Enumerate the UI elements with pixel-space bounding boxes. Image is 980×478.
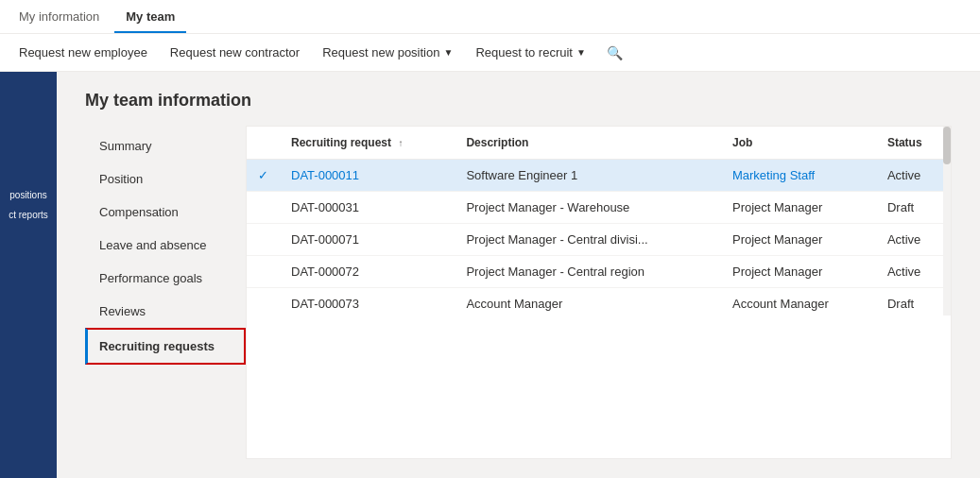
status-cell-2: Draft [876, 192, 951, 224]
request-new-employee-button[interactable]: Request new employee [8, 38, 159, 67]
table-row[interactable]: ✓ DAT-000011 Software Engineer 1 Marketi… [247, 160, 951, 192]
action-bar: Request new employee Request new contrac… [0, 34, 980, 72]
sidebar-item-leave-and-absence[interactable]: Leave and absence [85, 229, 246, 262]
recruiting-request-cell-3[interactable]: DAT-000071 [280, 224, 455, 256]
col-header-job: Job [721, 127, 876, 160]
description-cell-1: Software Engineer 1 [455, 160, 721, 192]
col-header-description: Description [455, 127, 721, 160]
request-new-contractor-button[interactable]: Request new contractor [159, 38, 311, 67]
left-panel-positions[interactable]: positions [4, 185, 52, 205]
table-scroll-area: Recruiting request ↑ Description Job Sta… [247, 127, 951, 316]
recruiting-request-cell-2[interactable]: DAT-000031 [280, 192, 455, 224]
description-cell-5: Account Manager [455, 288, 721, 316]
request-to-recruit-label: Request to recruit [475, 45, 573, 60]
scrollbar-thumb[interactable] [943, 127, 951, 164]
status-cell-3: Active [876, 224, 951, 256]
status-cell-4: Active [876, 256, 951, 288]
search-button[interactable]: 🔍 [597, 38, 632, 68]
job-cell-3: Project Manager [721, 224, 876, 256]
job-cell-1[interactable]: Marketing Staff [721, 160, 876, 192]
description-cell-2: Project Manager - Warehouse [455, 192, 721, 224]
table-row[interactable]: DAT-000031 Project Manager - Warehouse P… [247, 192, 951, 224]
content-area: My team information Summary Position Com… [57, 72, 980, 478]
sidebar-item-recruiting-requests[interactable]: Recruiting requests [85, 328, 246, 365]
description-cell-3: Project Manager - Central divisi... [455, 224, 721, 256]
sort-asc-icon: ↑ [398, 138, 403, 148]
checkmark-icon: ✓ [258, 168, 268, 182]
tab-my-information[interactable]: My information [8, 2, 111, 33]
page-title: My team information [85, 91, 952, 111]
job-cell-5: Account Manager [721, 288, 876, 316]
row-check-5[interactable] [247, 288, 280, 316]
recruiting-request-cell-5[interactable]: DAT-000073 [280, 288, 455, 316]
table-header-row: Recruiting request ↑ Description Job Sta… [247, 127, 951, 160]
request-to-recruit-button[interactable]: Request to recruit ▼ [464, 38, 597, 67]
table-row[interactable]: DAT-000072 Project Manager - Central reg… [247, 256, 951, 288]
row-check-3[interactable] [247, 224, 280, 256]
chevron-down-icon: ▼ [443, 47, 453, 58]
left-panel-direct-reports[interactable]: ct reports [3, 205, 54, 225]
side-nav: Summary Position Compensation Leave and … [85, 126, 246, 459]
table-body: ✓ DAT-000011 Software Engineer 1 Marketi… [247, 160, 951, 316]
recruiting-request-link-1[interactable]: DAT-000011 [280, 160, 455, 192]
chevron-down-icon: ▼ [576, 47, 586, 58]
row-check-1[interactable]: ✓ [247, 160, 280, 192]
row-check-2[interactable] [247, 192, 280, 224]
inner-layout: Summary Position Compensation Leave and … [85, 126, 952, 459]
recruiting-request-cell-4[interactable]: DAT-000072 [280, 256, 455, 288]
tab-my-team[interactable]: My team [114, 2, 186, 33]
col-header-check [247, 127, 280, 160]
status-cell-1: Active [876, 160, 951, 192]
scrollbar-track[interactable] [943, 127, 951, 316]
sidebar-item-position[interactable]: Position [85, 162, 246, 196]
recruiting-requests-table-card: Recruiting request ↑ Description Job Sta… [246, 126, 952, 459]
col-header-recruiting-request[interactable]: Recruiting request ↑ [280, 127, 455, 160]
status-cell-5: Draft [876, 288, 951, 316]
sidebar-item-performance-goals[interactable]: Performance goals [85, 262, 246, 295]
request-new-position-label: Request new position [322, 45, 439, 60]
col-label-recruiting-request: Recruiting request [291, 136, 391, 149]
table-row[interactable]: DAT-000071 Project Manager - Central div… [247, 224, 951, 256]
col-header-status: Status [876, 127, 951, 160]
table-row[interactable]: DAT-000073 Account Manager Account Manag… [247, 288, 951, 316]
sidebar-item-compensation[interactable]: Compensation [85, 196, 246, 229]
recruiting-requests-table: Recruiting request ↑ Description Job Sta… [247, 127, 951, 316]
sidebar-item-reviews[interactable]: Reviews [85, 295, 246, 328]
job-cell-2: Project Manager [721, 192, 876, 224]
row-check-4[interactable] [247, 256, 280, 288]
request-new-position-button[interactable]: Request new position ▼ [311, 38, 464, 67]
top-tabs: My information My team [0, 0, 980, 34]
main-content: positions ct reports My team information… [0, 72, 980, 478]
sidebar-item-summary[interactable]: Summary [85, 129, 246, 162]
job-cell-4: Project Manager [721, 256, 876, 288]
left-panel: positions ct reports [0, 72, 57, 478]
description-cell-4: Project Manager - Central region [455, 256, 721, 288]
